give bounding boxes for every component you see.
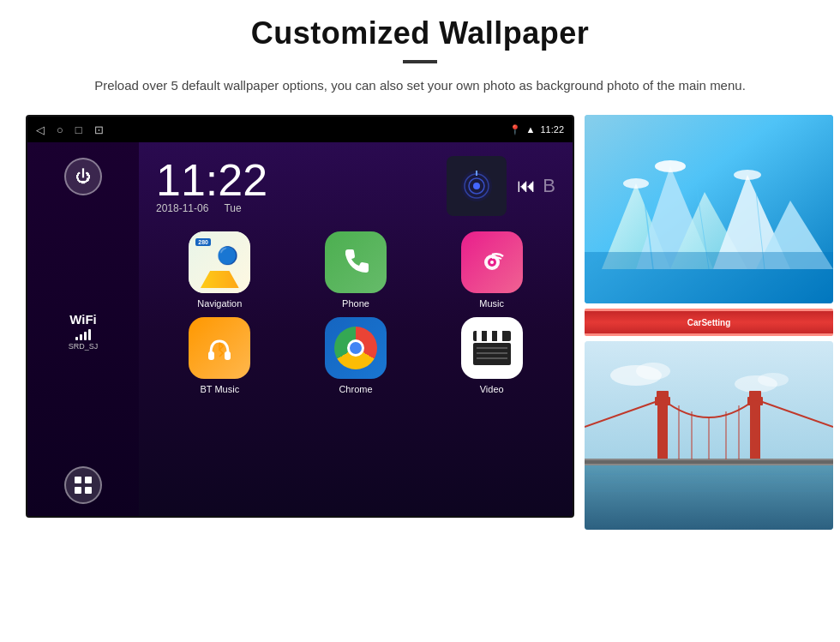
- wallpaper-bridge[interactable]: [585, 341, 833, 530]
- phone-icon: [325, 231, 387, 293]
- phone-svg-icon: [339, 245, 373, 279]
- status-time: 11:22: [540, 124, 564, 135]
- carsetting-label: CarSetting: [687, 318, 731, 327]
- app-label-video: Video: [480, 384, 504, 394]
- recents-nav-icon[interactable]: □: [75, 123, 82, 136]
- svg-rect-17: [497, 331, 502, 341]
- status-bar-left: ◁ ○ □ ⊡: [36, 123, 104, 136]
- prev-track-icon[interactable]: ⏮: [517, 175, 536, 197]
- svg-rect-16: [487, 331, 492, 341]
- screenshot-nav-icon[interactable]: ⊡: [94, 123, 104, 136]
- app-label-chrome: Chrome: [339, 384, 372, 394]
- svg-point-32: [655, 160, 686, 172]
- music-svg-icon: [473, 243, 511, 281]
- title-divider: [403, 60, 437, 63]
- wallpaper-ice[interactable]: [585, 115, 833, 303]
- svg-rect-40: [585, 461, 833, 530]
- app-item-video[interactable]: Video: [428, 317, 555, 394]
- status-bar-right: 📍 ▲ 11:22: [509, 124, 564, 135]
- chrome-ring: [334, 327, 377, 369]
- svg-rect-34: [585, 252, 833, 303]
- clock-display: 11:22 2018-11-06 Tue: [156, 158, 267, 214]
- btmusic-icon: [189, 317, 250, 379]
- clock-date: 2018-11-06 Tue: [156, 202, 242, 214]
- wifi-icon: ▲: [526, 124, 536, 135]
- app-label-phone: Phone: [342, 298, 369, 309]
- svg-rect-12: [208, 351, 214, 360]
- app-label-navigation: Navigation: [197, 298, 242, 309]
- svg-rect-0: [75, 477, 81, 483]
- app-label-btmusic: BT Music: [201, 384, 240, 394]
- media-icons: ⏮ B: [447, 156, 555, 216]
- svg-rect-1: [85, 477, 92, 483]
- svg-rect-3: [85, 487, 92, 494]
- status-bar: ◁ ○ □ ⊡ 📍 ▲ 11:22: [27, 117, 573, 142]
- wifi-block: WiFi SRD_SJ: [69, 312, 99, 351]
- svg-rect-2: [75, 487, 81, 494]
- svg-point-33: [734, 170, 761, 180]
- power-button[interactable]: ⏻: [64, 158, 102, 195]
- clock-date-value: 2018-11-06: [156, 202, 208, 214]
- wifi-ssid: SRD_SJ: [69, 342, 99, 351]
- svg-point-31: [623, 178, 649, 189]
- media-box: [447, 156, 507, 216]
- apps-button[interactable]: [64, 466, 102, 504]
- clock-area: 11:22 2018-11-06 Tue: [139, 142, 573, 225]
- svg-point-37: [636, 363, 670, 380]
- clock-day-value: Tue: [224, 202, 241, 214]
- left-sidebar: ⏻ WiFi SRD_SJ: [27, 142, 139, 518]
- svg-rect-48: [657, 391, 669, 399]
- svg-rect-51: [585, 460, 833, 464]
- ice-svg: [585, 115, 833, 303]
- wifi-label: WiFi: [69, 312, 97, 327]
- page-title: Customized Wallpaper: [251, 15, 590, 51]
- main-area: ⏻ WiFi SRD_SJ: [27, 142, 573, 518]
- app-item-phone[interactable]: Phone: [292, 231, 420, 309]
- app-grid: 280 🔵 Navigation: [139, 225, 573, 406]
- wallpaper-previews: CarSetting: [585, 115, 833, 530]
- svg-rect-49: [749, 391, 761, 399]
- svg-point-39: [758, 373, 789, 387]
- home-nav-icon[interactable]: ○: [57, 123, 63, 136]
- chrome-icon: [325, 317, 387, 379]
- back-nav-icon[interactable]: ◁: [36, 123, 45, 136]
- wifi-bar-3: [84, 332, 87, 340]
- app-item-chrome[interactable]: Chrome: [292, 317, 420, 394]
- wifi-signal-icon: [459, 169, 494, 203]
- app-item-btmusic[interactable]: BT Music: [156, 317, 284, 394]
- app-item-music[interactable]: Music: [428, 231, 555, 309]
- bluetooth-headphones-icon: [201, 329, 238, 367]
- svg-point-7: [473, 183, 480, 189]
- center-content: 11:22 2018-11-06 Tue: [139, 142, 573, 518]
- chrome-center: [347, 339, 364, 357]
- wallpaper-transition-bar: CarSetting: [585, 309, 833, 336]
- car-setting-bar: CarSetting: [585, 311, 833, 333]
- svg-rect-15: [477, 331, 482, 341]
- app-item-navigation[interactable]: 280 🔵 Navigation: [156, 231, 284, 309]
- next-track-placeholder: B: [543, 175, 555, 197]
- apps-grid-icon: [74, 476, 93, 495]
- wifi-bars: [75, 328, 91, 340]
- svg-rect-44: [657, 401, 668, 465]
- navigation-icon: 280 🔵: [189, 231, 250, 293]
- svg-rect-45: [750, 401, 760, 465]
- video-clapper-icon: [470, 329, 514, 367]
- clock-time: 11:22: [156, 158, 267, 202]
- video-icon: [461, 317, 523, 379]
- location-icon: 📍: [509, 124, 521, 135]
- wifi-bar-2: [80, 334, 82, 340]
- svg-point-11: [490, 261, 494, 264]
- page-container: Customized Wallpaper Preload over 5 defa…: [0, 0, 840, 642]
- nav-badge: 280: [195, 238, 211, 246]
- svg-rect-13: [225, 351, 231, 360]
- nav-pin-icon: 🔵: [217, 245, 238, 266]
- android-screen: ◁ ○ □ ⊡ 📍 ▲ 11:22 ⏻ WiFi: [26, 115, 574, 518]
- wifi-bar-4: [88, 329, 91, 340]
- wifi-bar-1: [75, 337, 78, 340]
- app-label-music: Music: [479, 298, 504, 309]
- media-controls: ⏮ B: [517, 175, 555, 197]
- content-area: ◁ ○ □ ⊡ 📍 ▲ 11:22 ⏻ WiFi: [26, 115, 814, 530]
- ice-shapes: [585, 115, 833, 303]
- page-description: Preload over 5 default wallpaper options…: [94, 75, 746, 96]
- bridge-svg: [585, 341, 833, 530]
